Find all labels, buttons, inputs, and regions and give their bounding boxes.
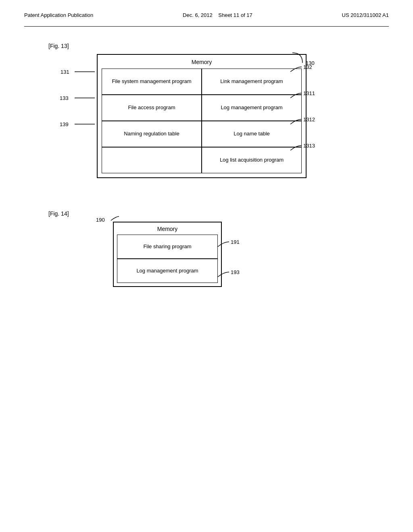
fig14-cell-log-mgmt: Log management program [117,259,218,283]
svg-text:190: 190 [96,217,105,223]
fig13-label: [Fig. 13] [48,43,389,49]
fig14-label: [Fig. 14] [48,210,389,217]
fig13-memory-box: Memory File system management program Li… [97,54,307,178]
header-right: US 2012/311002 A1 [342,12,389,18]
figure-13: [Fig. 13] 130 131 133 139 132 1311 1312 [48,43,389,178]
figure-14: [Fig. 14] 190 191 193 Memory File sharin… [48,210,389,287]
fig14-memory-title: Memory [117,226,218,232]
fig14-memory-box: Memory File sharing program Log manageme… [113,222,222,287]
svg-text:193: 193 [231,269,240,275]
page-header: Patent Application Publication Dec. 6, 2… [24,8,389,27]
fig14-cell-file-sharing: File sharing program [117,235,218,259]
fig13-cell-file-system: File system management program [102,69,202,95]
header-center: Dec. 6, 2012 Sheet 11 of 17 [183,12,252,18]
svg-text:139: 139 [60,121,69,127]
page: Patent Application Publication Dec. 6, 2… [0,0,413,532]
fig13-cell-log-name: Log name table [202,121,302,147]
fig13-cell-empty [102,147,202,173]
svg-text:133: 133 [60,95,69,101]
fig13-memory-title: Memory [102,59,302,65]
fig13-cell-log-list: Log list acquisition program [202,147,302,173]
header-left: Patent Application Publication [24,12,93,18]
svg-text:130: 130 [306,60,315,66]
fig13-cell-file-access: File access program [102,95,202,121]
fig13-cell-naming-reg: Naming regulation table [102,121,202,147]
svg-text:131: 131 [60,69,69,75]
fig13-memory-grid: File system management program Link mana… [102,69,302,173]
fig14-memory-grid: File sharing program Log management prog… [117,235,218,283]
svg-text:191: 191 [231,239,240,245]
fig13-cell-link-mgmt: Link management program [202,69,302,95]
fig13-cell-log-mgmt: Log management program [202,95,302,121]
